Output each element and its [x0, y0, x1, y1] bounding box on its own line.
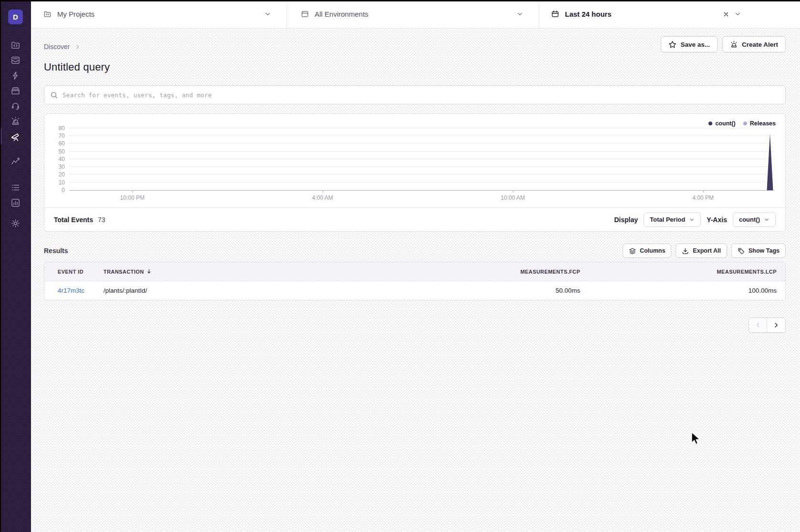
date-range-label: Last 24 hours — [565, 10, 612, 18]
environment-selector[interactable]: All Environments — [287, 0, 539, 28]
x-axis-labels: 10:00 PM 4:00 AM 10:00 AM 4:00 PM — [70, 194, 774, 202]
total-events-value: 73 — [98, 216, 105, 224]
date-range-selector[interactable]: Last 24 hours — [539, 0, 800, 28]
search-icon — [50, 91, 58, 99]
x-axis-tick-mark — [703, 190, 704, 193]
star-icon — [668, 41, 677, 49]
columns-button[interactable]: Columns — [623, 244, 671, 258]
results-heading: Results — [44, 247, 68, 255]
sidebar-item-settings[interactable] — [0, 215, 31, 231]
sidebar-item-stats[interactable] — [0, 195, 31, 210]
legend-releases[interactable]: Releases — [743, 120, 776, 127]
show-tags-label: Show Tags — [749, 247, 779, 254]
line-chart-icon — [10, 156, 21, 166]
gear-icon — [10, 218, 21, 228]
display-label: Display — [614, 216, 638, 224]
sidebar-item-alerts[interactable] — [0, 113, 31, 129]
siren-icon — [730, 41, 738, 49]
gridline — [70, 182, 774, 183]
chart-footer: Total Events 73 Display Total Period Y-A… — [44, 207, 785, 231]
event-id-link[interactable]: 4r17m3tc — [58, 287, 84, 294]
column-header-measurements-lcp[interactable]: MEASUREMENTS.LCP — [580, 269, 777, 275]
y-axis-select[interactable]: count() — [733, 213, 776, 227]
x-axis-tick: 4:00 AM — [312, 194, 333, 201]
gridline — [70, 135, 774, 136]
y-axis-tick: 10 — [51, 179, 65, 186]
gridline — [70, 128, 774, 128]
y-axis-tick: 40 — [51, 156, 65, 163]
sidebar-item-performance[interactable] — [0, 68, 31, 83]
main-content: Discover Save as... Create Alert Untitle… — [31, 29, 800, 532]
previous-page-button[interactable] — [749, 318, 767, 332]
siren-icon — [10, 116, 21, 126]
table-row: 4r17m3tc /plants/:plantId/ 50.00ms 100.0… — [44, 281, 785, 300]
breadcrumb-discover[interactable]: Discover — [44, 43, 70, 51]
clear-date-icon[interactable] — [723, 11, 729, 18]
breadcrumb: Discover — [44, 43, 81, 51]
gridline — [70, 143, 774, 143]
headset-icon — [10, 101, 21, 111]
legend-count[interactable]: count() — [708, 120, 735, 127]
screen-edge-left — [0, 0, 1, 532]
display-select[interactable]: Total Period — [644, 213, 701, 227]
chevron-down-icon[interactable] — [734, 10, 741, 18]
calendar-icon — [551, 10, 559, 18]
org-avatar[interactable]: D — [8, 10, 23, 24]
chevron-down-icon — [264, 10, 271, 18]
columns-label: Columns — [640, 247, 665, 254]
y-axis-tick: 60 — [51, 140, 65, 147]
chevron-down-icon — [689, 217, 695, 223]
table-header-row: EVENT ID TRANSACTION MEASUREMENTS.FCP ME… — [44, 262, 785, 281]
sidebar-item-releases[interactable] — [0, 83, 31, 98]
column-header-transaction[interactable]: TRANSACTION — [103, 268, 390, 275]
legend-count-label: count() — [715, 120, 735, 127]
save-as-button[interactable]: Save as... — [661, 36, 718, 52]
sidebar-item-dashboards[interactable] — [0, 153, 31, 169]
save-as-label: Save as... — [680, 41, 710, 48]
cell-measurements-lcp: 100.00ms — [580, 287, 777, 294]
sidebar-item-user-feedback[interactable] — [0, 98, 31, 113]
chevron-right-icon — [773, 322, 779, 328]
package-icon — [10, 86, 21, 96]
cell-measurements-fcp: 50.00ms — [390, 287, 580, 294]
pagination — [44, 317, 786, 333]
next-page-button[interactable] — [767, 318, 785, 332]
project-selector[interactable]: My Projects — [31, 0, 287, 28]
export-all-button[interactable]: Export All — [676, 244, 727, 258]
y-axis-tick: 0 — [51, 187, 65, 194]
sidebar-item-monitors[interactable] — [0, 180, 31, 195]
environment-selector-label: All Environments — [315, 10, 369, 18]
x-axis-tick-mark — [323, 190, 323, 193]
count-spike-series — [767, 133, 773, 190]
x-axis-tick-mark — [133, 190, 133, 193]
sidebar-item-discover[interactable] — [0, 129, 31, 144]
x-axis-tick-mark — [513, 190, 513, 193]
topbar: My Projects All Environments Last 24 hou… — [31, 0, 800, 29]
column-header-event-id[interactable]: EVENT ID — [58, 269, 103, 275]
project-icon — [43, 10, 51, 18]
page-title: Untitled query — [44, 61, 786, 73]
show-tags-button[interactable]: Show Tags — [731, 244, 786, 258]
create-alert-button[interactable]: Create Alert — [722, 36, 786, 52]
count-series-dot — [708, 122, 712, 125]
download-icon — [682, 247, 689, 255]
chevron-down-icon — [516, 10, 523, 18]
search-bar[interactable] — [44, 85, 786, 104]
sidebar-item-projects[interactable] — [0, 37, 31, 52]
chevron-left-icon — [755, 322, 761, 328]
gridline — [70, 151, 774, 152]
x-axis-tick: 10:00 PM — [120, 194, 144, 201]
chart-plot-area[interactable]: 0 10 20 30 40 50 60 70 80 — [70, 120, 774, 191]
column-header-measurements-fcp[interactable]: MEASUREMENTS.FCP — [390, 269, 580, 275]
legend-releases-label: Releases — [750, 120, 776, 127]
y-axis-tick: 70 — [51, 133, 65, 139]
search-input[interactable] — [62, 92, 779, 99]
gridline — [70, 174, 774, 174]
x-axis-tick: 10:00 AM — [501, 194, 525, 201]
cell-transaction: /plants/:plantId/ — [103, 287, 390, 294]
sidebar-nav — [0, 37, 31, 231]
telescope-icon — [10, 132, 21, 142]
layers-icon — [629, 247, 636, 255]
y-axis-tick: 80 — [51, 125, 65, 132]
sidebar-item-issues[interactable] — [0, 52, 31, 68]
